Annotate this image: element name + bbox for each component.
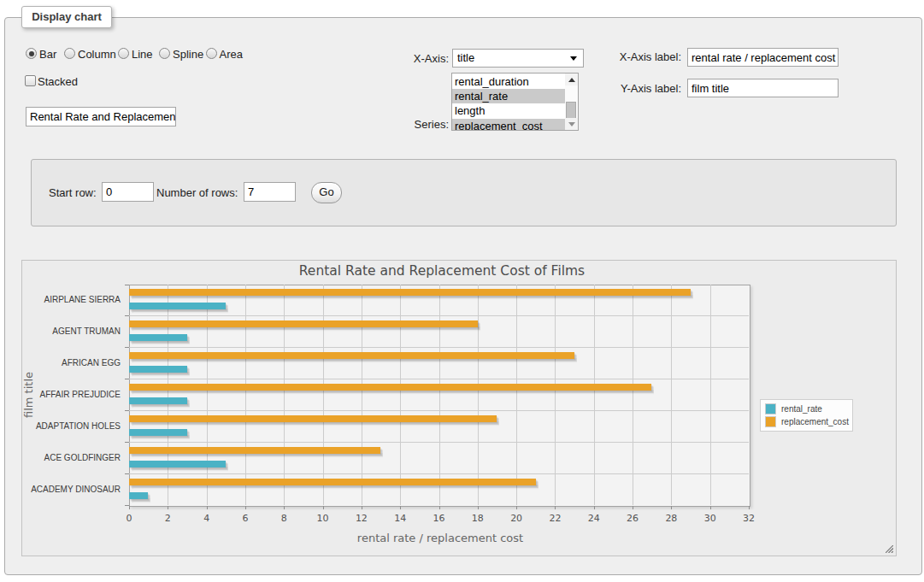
x-tick-label: 20 <box>499 513 533 524</box>
x-axis-select-value: title <box>457 50 474 67</box>
chart-type-label-area: Area <box>220 48 243 61</box>
x-gridline <box>555 285 556 506</box>
series-option-rental_duration[interactable]: rental_duration <box>452 74 566 89</box>
x-tick-label: 14 <box>383 513 417 524</box>
resize-grip-icon[interactable] <box>886 545 893 553</box>
x-gridline <box>633 285 633 506</box>
num-rows-label: Number of rows: <box>156 186 238 199</box>
x-tick-label: 4 <box>190 513 224 524</box>
x-gridline <box>478 285 479 506</box>
y-gridline <box>129 410 749 411</box>
x-gridline <box>516 285 517 506</box>
x-tick-mark <box>362 506 362 509</box>
bar-replacement_cost <box>129 384 651 391</box>
x-gridline <box>323 285 324 506</box>
go-button[interactable]: Go <box>311 182 342 203</box>
scroll-down-icon <box>568 122 575 126</box>
x-tick-mark <box>207 506 208 509</box>
x-axis-label-label: X-Axis label: <box>556 50 681 63</box>
legend-swatch-rental_rate <box>765 403 776 414</box>
y-gridline <box>129 315 749 316</box>
legend-label: replacement_cost <box>781 417 849 426</box>
x-tick-mark <box>323 506 324 509</box>
legend-row: replacement_cost <box>765 416 849 427</box>
y-axis-title: film title <box>22 344 36 446</box>
legend-label: rental_rate <box>781 404 822 414</box>
bar-replacement_cost <box>129 320 478 327</box>
stacked-label: Stacked <box>38 75 78 88</box>
x-gridline <box>168 285 168 506</box>
bar-rental_rate <box>129 492 148 499</box>
category-label: AIRPLANE SIERRA <box>26 295 121 304</box>
bar-rental_rate <box>129 366 187 373</box>
rows-panel: Start row: Number of rows: Go <box>31 159 897 226</box>
x-tick-mark <box>129 506 130 509</box>
y-gridline <box>129 473 749 474</box>
y-tick-mark <box>125 379 129 379</box>
bar-rental_rate <box>129 429 187 436</box>
chart-type-radio-spline[interactable] <box>159 48 170 59</box>
bar-rental_rate <box>129 334 187 341</box>
chart-type-radio-bar[interactable] <box>26 48 37 59</box>
y-tick-mark <box>125 473 129 474</box>
page: Display chart BarColumnLineSplineArea St… <box>0 0 924 582</box>
chart-type-radio-area[interactable] <box>206 48 217 59</box>
chart-title-input[interactable] <box>26 107 176 126</box>
x-tick-label: 12 <box>344 513 379 524</box>
bar-rental_rate <box>129 303 226 309</box>
start-row-label: Start row: <box>49 186 97 199</box>
bar-replacement_cost <box>129 447 380 454</box>
x-tick-label: 10 <box>306 513 340 524</box>
x-axis-title: rental rate / replacement cost <box>22 532 858 544</box>
series-option-length[interactable]: length <box>452 103 566 118</box>
chart-legend: rental_ratereplacement_cost <box>760 399 853 432</box>
x-gridline <box>362 285 362 506</box>
x-gridline <box>594 285 595 506</box>
x-tick-mark <box>749 506 750 509</box>
x-tick-label: 18 <box>461 513 495 524</box>
category-label: ACADEMY DINOSAUR <box>26 485 121 494</box>
y-tick-mark <box>125 442 129 443</box>
x-tick-label: 0 <box>112 513 146 524</box>
chart-type-radio-column[interactable] <box>64 48 75 59</box>
x-tick-mark <box>400 506 401 509</box>
category-label: AFFAIR PREJUDICE <box>26 390 121 399</box>
x-tick-mark <box>594 506 595 509</box>
legend-row: rental_rate <box>765 403 849 414</box>
category-label: ACE GOLDFINGER <box>26 453 121 462</box>
y-tick-mark <box>125 315 129 316</box>
start-row-input[interactable] <box>102 182 154 202</box>
x-tick-label: 26 <box>615 513 650 524</box>
bar-rental_rate <box>129 397 187 404</box>
chart-type-label-spline: Spline <box>173 48 203 61</box>
x-gridline <box>671 285 672 506</box>
bar-replacement_cost <box>129 352 574 359</box>
x-gridline <box>245 285 246 506</box>
x-gridline <box>710 285 711 506</box>
series-option-replacement_cost[interactable]: replacement_cost <box>452 119 566 131</box>
series-option-rental_rate[interactable]: rental_rate <box>452 89 566 103</box>
bar-replacement_cost <box>129 479 536 485</box>
y-tick-mark <box>125 347 129 348</box>
x-tick-label: 22 <box>538 513 572 524</box>
x-tick-mark <box>633 506 633 509</box>
chart-title: Rental Rate and Replacement Cost of Film… <box>22 263 862 279</box>
num-rows-input[interactable] <box>244 182 296 202</box>
bar-rental_rate <box>129 461 226 467</box>
x-tick-mark <box>439 506 440 509</box>
chart-type-radio-line[interactable] <box>118 48 129 59</box>
x-axis-label-input[interactable] <box>687 48 839 67</box>
x-tick-label: 2 <box>150 513 185 524</box>
category-label: ADAPTATION HOLES <box>26 421 121 431</box>
y-axis-label-input[interactable] <box>687 79 839 97</box>
x-tick-label: 6 <box>228 513 262 524</box>
scrollbar-thumb[interactable] <box>566 102 576 119</box>
x-gridline <box>439 285 440 506</box>
chart-type-label-bar: Bar <box>39 48 56 61</box>
stacked-checkbox[interactable] <box>25 75 36 86</box>
x-tick-label: 28 <box>654 513 688 524</box>
x-tick-mark <box>284 506 285 509</box>
series-select-label: Series: <box>368 118 449 131</box>
scroll-down-button[interactable] <box>565 118 578 130</box>
x-tick-label: 8 <box>267 513 301 524</box>
